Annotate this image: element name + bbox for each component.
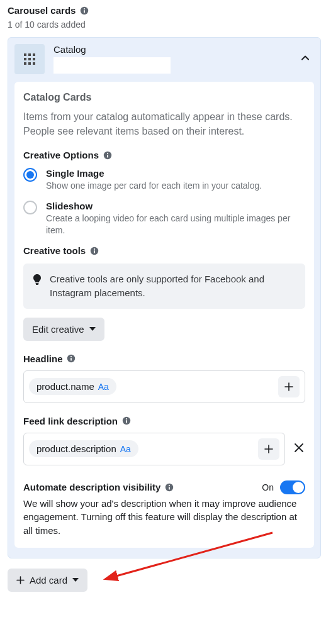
automate-visibility-toggle[interactable]	[280, 480, 305, 494]
svg-rect-11	[33, 62, 35, 65]
svg-rect-19	[36, 284, 38, 285]
creative-tools-heading: Creative tools	[23, 245, 305, 256]
svg-rect-2	[84, 10, 85, 13]
creative-tools-notice: Creative tools are only supported for Fa…	[23, 264, 305, 309]
svg-rect-7	[28, 58, 31, 60]
catalog-card: Catalog Catalog Cards Items from your ca…	[8, 37, 321, 558]
automate-visibility-label: Automate description visibility	[23, 482, 174, 492]
catalog-cards-panel: Catalog Cards Items from your catalog au…	[14, 82, 314, 548]
panel-title: Catalog Cards	[23, 92, 305, 103]
bulb-icon	[32, 274, 42, 300]
radio-single-image[interactable]: Single Image Show one image per card for…	[23, 168, 305, 192]
chevron-up-icon[interactable]	[300, 53, 310, 65]
svg-point-13	[106, 153, 108, 154]
card-title: Catalog	[53, 44, 171, 55]
plus-icon	[16, 576, 25, 584]
feed-description-chip[interactable]: product.description Aa	[29, 440, 138, 457]
svg-rect-28	[169, 487, 170, 490]
radio-desc: Show one image per card for each item in…	[46, 180, 262, 192]
text-format-icon: Aa	[98, 382, 109, 392]
info-icon[interactable]	[79, 6, 89, 15]
svg-rect-6	[24, 58, 26, 60]
radio-slideshow[interactable]: Slideshow Create a looping video for eac…	[23, 201, 305, 236]
cards-count: 1 of 10 cards added	[8, 19, 321, 30]
headline-chip[interactable]: product.name Aa	[29, 378, 116, 395]
catalog-name-input[interactable]	[53, 57, 171, 74]
panel-desc: Items from your catalog automatically ap…	[23, 109, 305, 138]
svg-rect-3	[24, 53, 26, 56]
feed-description-input[interactable]: product.description Aa	[23, 433, 285, 465]
text-format-icon: Aa	[120, 444, 131, 454]
svg-rect-25	[126, 420, 127, 423]
carousel-cards-header: Carousel cards	[8, 5, 321, 16]
creative-options-heading: Creative Options	[23, 150, 305, 160]
radio-icon	[23, 201, 37, 214]
radio-label: Slideshow	[46, 201, 305, 211]
notice-text: Creative tools are only supported for Fa…	[50, 272, 296, 300]
svg-rect-9	[24, 62, 26, 65]
edit-creative-button[interactable]: Edit creative	[23, 318, 104, 341]
svg-rect-18	[36, 283, 39, 284]
remove-feed-description-button[interactable]	[293, 439, 305, 458]
headline-label: Headline	[23, 353, 305, 364]
add-headline-button[interactable]	[278, 376, 300, 397]
radio-label: Single Image	[46, 168, 262, 179]
svg-rect-10	[28, 62, 31, 65]
section-title: Carousel cards	[8, 5, 76, 16]
grid-icon	[14, 44, 45, 74]
add-feed-description-button[interactable]	[258, 438, 279, 460]
radio-icon	[23, 168, 37, 182]
svg-rect-14	[107, 155, 108, 158]
svg-point-27	[169, 485, 170, 486]
svg-point-1	[84, 8, 85, 9]
card-header: Catalog	[14, 44, 314, 74]
svg-rect-8	[33, 58, 35, 60]
info-icon[interactable]	[103, 150, 112, 160]
svg-rect-5	[33, 53, 35, 56]
add-card-button[interactable]: Add card	[8, 569, 87, 592]
info-icon[interactable]	[121, 416, 131, 426]
caret-down-icon	[72, 578, 79, 582]
svg-rect-17	[94, 250, 95, 253]
info-icon[interactable]	[89, 246, 99, 255]
svg-rect-4	[28, 53, 31, 56]
info-icon[interactable]	[67, 354, 76, 364]
svg-point-24	[125, 418, 126, 419]
automate-visibility-desc: We will show your ad's description when …	[23, 497, 305, 538]
svg-rect-22	[70, 358, 72, 361]
feed-link-description-label: Feed link description	[23, 416, 305, 426]
radio-desc: Create a looping video for each card usi…	[46, 213, 305, 236]
headline-input[interactable]: product.name Aa	[23, 370, 305, 403]
caret-down-icon	[89, 327, 96, 331]
svg-point-21	[70, 356, 72, 357]
info-icon[interactable]	[164, 482, 174, 492]
toggle-state-label: On	[262, 482, 274, 492]
svg-point-16	[94, 248, 95, 250]
